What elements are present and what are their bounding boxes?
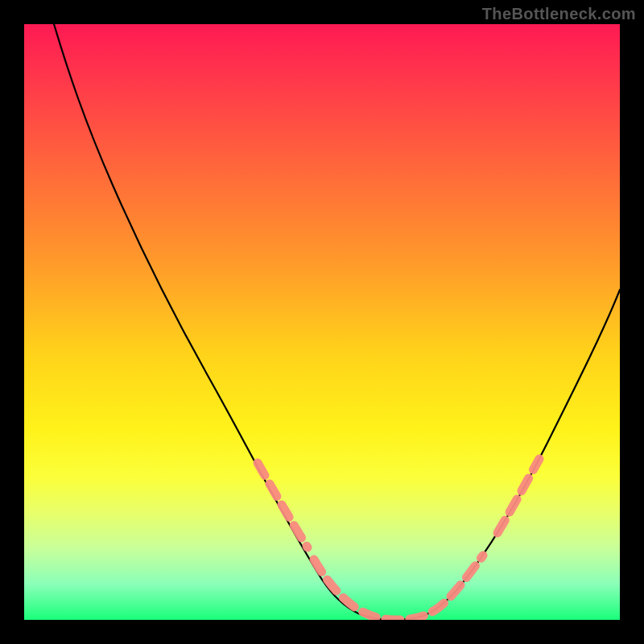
plot-area (24, 24, 620, 620)
marker-valley (314, 555, 483, 620)
chart-frame: TheBottleneck.com (0, 0, 644, 644)
marker-ascent (497, 459, 539, 533)
bottleneck-curve (54, 24, 620, 620)
watermark-label: TheBottleneck.com (482, 5, 636, 23)
bottleneck-curve-svg (24, 24, 620, 620)
marker-descent-start (258, 463, 308, 547)
